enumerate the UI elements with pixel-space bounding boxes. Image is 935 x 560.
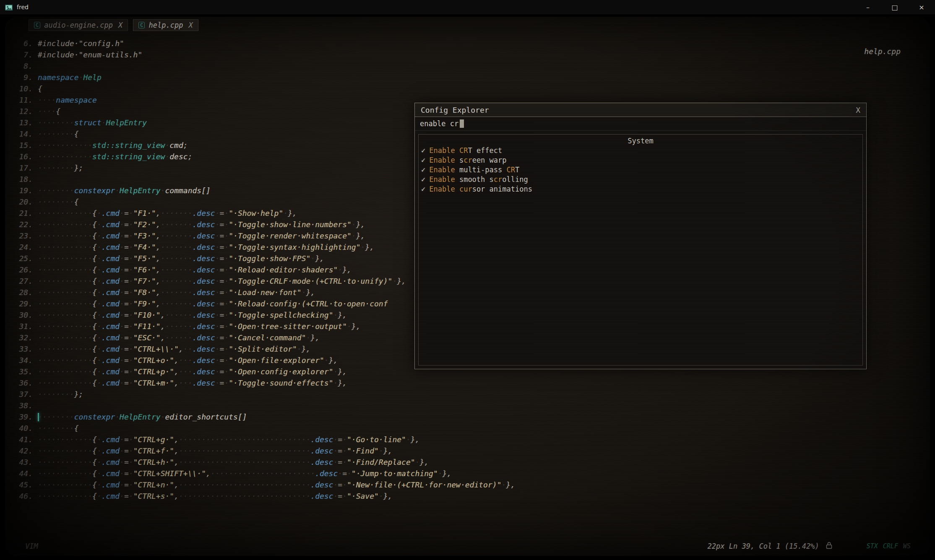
- line-number: 12.: [8, 106, 38, 117]
- line-number: 28.: [8, 287, 38, 298]
- config-options-list: ✓Enable CRT effect✓Enable screen warp✓En…: [419, 146, 862, 194]
- line-content: namespace·Help: [38, 72, 102, 83]
- line-content: ············std::string_view·desc;: [38, 151, 192, 162]
- checkmark-icon: ✓: [421, 146, 425, 156]
- line-content: ············{·.cmd·=·"CTRL+f·",·········…: [38, 445, 392, 456]
- line-number: 37.: [8, 389, 38, 400]
- line-number: 13.: [8, 117, 38, 128]
- tab-close-icon[interactable]: X: [118, 21, 122, 29]
- line-number: 39.: [8, 411, 38, 423]
- search-input[interactable]: enable cr: [415, 117, 866, 131]
- line-number: 34.: [8, 355, 38, 366]
- line-content: ············{·.cmd·=·"F1·",·······.desc·…: [38, 207, 297, 219]
- line-content: ············{·.cmd·=·"CTRL+o·",···.desc·…: [38, 355, 338, 366]
- line-number: 41.: [8, 434, 38, 445]
- config-option-enable-multi-pass-crt[interactable]: ✓Enable multi-pass CRT: [419, 165, 862, 175]
- tab-label: help.cpp: [148, 21, 183, 29]
- cpp-file-icon: C: [138, 22, 145, 29]
- line-number: 22.: [8, 219, 38, 230]
- checkmark-icon: ✓: [421, 184, 425, 194]
- search-query-text: enable cr: [420, 119, 458, 128]
- line-number: 19.: [8, 185, 38, 196]
- checkmark-icon: ✓: [421, 156, 425, 165]
- config-option-enable-crt-effect[interactable]: ✓Enable CRT effect: [419, 146, 862, 156]
- line-number: 40.: [8, 423, 38, 434]
- config-option-enable-smooth-scrolling[interactable]: ✓Enable smooth scrolling: [419, 175, 862, 184]
- line-number: 38.: [8, 400, 38, 411]
- tab-close-icon[interactable]: X: [188, 21, 193, 29]
- code-line[interactable]: 6.#include·"config.h": [8, 38, 930, 49]
- cursor-position-info: 22px Ln 39, Col 1 (15.42%): [708, 542, 819, 550]
- line-number: 17.: [8, 162, 38, 174]
- code-line[interactable]: 40.········{: [8, 423, 930, 434]
- code-line[interactable]: 8.: [8, 60, 930, 72]
- config-explorer-title: Config Explorer: [421, 106, 489, 114]
- line-content: ············{·.cmd·=·"CTRL+h·",·········…: [38, 456, 429, 468]
- tab-help[interactable]: Chelp.cppX: [133, 19, 198, 31]
- config-option-enable-cursor-animations[interactable]: ✓Enable cursor animations: [419, 184, 862, 194]
- line-number: 15.: [8, 140, 38, 151]
- window-titlebar: fred – □ ×: [0, 0, 935, 14]
- line-content: ············{·.cmd·=·"F7·",·······.desc·…: [38, 275, 406, 287]
- code-line[interactable]: 36.············{·.cmd·=·"CTRL+m·",···.de…: [8, 377, 930, 389]
- line-number: 18.: [8, 174, 38, 185]
- line-number: 10.: [8, 83, 38, 94]
- line-number: 9.: [8, 72, 38, 83]
- line-content: ············{·.cmd·=·"F4·",·······.desc·…: [38, 241, 374, 253]
- line-number: 31.: [8, 321, 38, 332]
- code-line[interactable]: 9.namespace·Help: [8, 72, 930, 83]
- line-number: 45.: [8, 479, 38, 490]
- status-right-group: 22px Ln 39, Col 1 (15.42%) STXCRLFWS: [708, 542, 911, 551]
- code-line[interactable]: 39.········constexpr·HelpEntry·editor_sh…: [8, 411, 930, 423]
- code-line[interactable]: 45.············{·.cmd·=·"CTRL+n·",······…: [8, 479, 930, 490]
- line-content: ············{·.cmd·=·"F9·",·······.desc·…: [38, 298, 388, 309]
- line-content: ········{: [38, 196, 79, 207]
- code-line[interactable]: 42.············{·.cmd·=·"CTRL+f·",······…: [8, 445, 930, 456]
- line-number: 23.: [8, 230, 38, 241]
- line-content: ····namespace: [38, 94, 97, 106]
- line-content: ········};: [38, 389, 83, 400]
- code-line[interactable]: 10.{: [8, 83, 930, 94]
- line-number: 24.: [8, 241, 38, 253]
- config-explorer-panel: Config Explorer X enable cr System ✓Enab…: [414, 103, 867, 369]
- window-title: fred: [17, 4, 29, 10]
- close-button[interactable]: ×: [908, 0, 935, 14]
- line-number: 36.: [8, 377, 38, 389]
- line-content: ············{·.cmd·=·"F11·",······.desc·…: [38, 321, 361, 332]
- line-content: ············{·.cmd·=·"F10·",······.desc·…: [38, 309, 347, 321]
- maximize-button[interactable]: □: [881, 0, 908, 14]
- tab-label: audio-engine.cpp: [44, 21, 113, 29]
- line-number: 46.: [8, 490, 38, 502]
- code-line[interactable]: 43.············{·.cmd·=·"CTRL+h·",······…: [8, 456, 930, 468]
- line-content: ····{: [38, 106, 60, 117]
- line-number: 30.: [8, 309, 38, 321]
- panel-close-icon[interactable]: X: [856, 106, 860, 114]
- window-controls: – □ ×: [854, 0, 935, 14]
- code-line[interactable]: 38.: [8, 400, 930, 411]
- line-content: ············{·.cmd·=·"F2·",·······.desc·…: [38, 219, 365, 230]
- tab-audio-engine[interactable]: Caudio-engine.cppX: [29, 19, 128, 31]
- flag-crlf: CRLF: [883, 542, 898, 550]
- code-line[interactable]: 41.············{·.cmd·=·"CTRL+g·",······…: [8, 434, 930, 445]
- line-content: ············{·.cmd·=·"CTRL+n·",·········…: [38, 479, 515, 490]
- code-line[interactable]: 44.············{·.cmd·=·"CTRL+SHIFT+\\·"…: [8, 468, 930, 479]
- line-content: ········};: [38, 162, 83, 174]
- option-label: Enable cursor animations: [429, 184, 532, 194]
- line-content: ········constexpr·HelpEntry·editor_short…: [38, 411, 247, 423]
- line-number: 42.: [8, 445, 38, 456]
- option-label: Enable CRT effect: [429, 146, 502, 156]
- line-number: 25.: [8, 253, 38, 264]
- code-line[interactable]: 37.········};: [8, 389, 930, 400]
- crt-screen: 6.#include·"config.h"7.#include·"enum-ut…: [5, 17, 930, 556]
- line-number: 29.: [8, 298, 38, 309]
- code-line[interactable]: 46.············{·.cmd·=·"CTRL+s·",······…: [8, 490, 930, 502]
- line-number: 7.: [8, 49, 38, 60]
- config-option-enable-screen-warp[interactable]: ✓Enable screen warp: [419, 156, 862, 165]
- minimize-button[interactable]: –: [854, 0, 881, 14]
- line-content: ········struct·HelpEntry: [38, 117, 147, 128]
- line-number: 32.: [8, 332, 38, 343]
- filename-overlay: help.cpp: [864, 47, 901, 56]
- line-number: 16.: [8, 151, 38, 162]
- cpp-file-icon: C: [34, 22, 40, 29]
- code-line[interactable]: 7.#include·"enum-utils.h": [8, 49, 930, 60]
